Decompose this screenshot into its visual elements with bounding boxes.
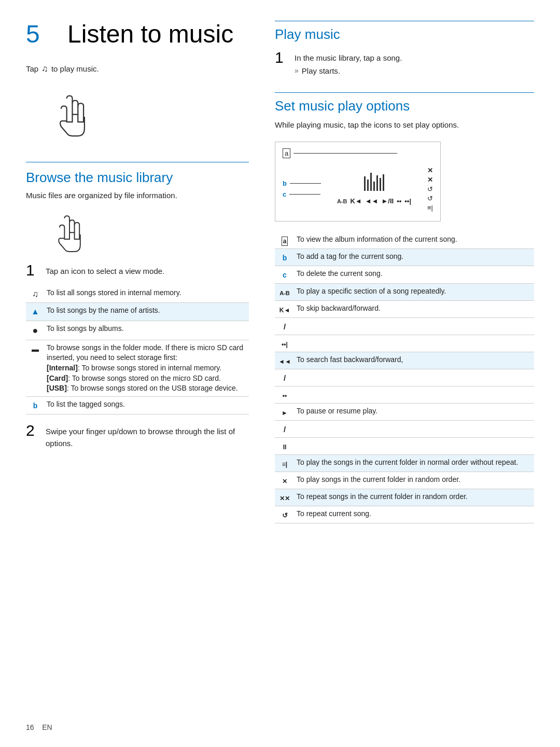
opt-sym-fwd: ••: [275, 386, 295, 403]
opt-desc-fwd: [295, 386, 534, 403]
left-column: 5 Listen to music Tap ♫ to play music. B…: [26, 21, 249, 726]
table-row: b To add a tag for the current song.: [275, 248, 534, 266]
arrow-sym: »: [295, 65, 299, 76]
table-row: ◄◄ To search fast backward/forward,: [275, 352, 534, 369]
play-step1-number: 1: [275, 50, 287, 65]
opt-sym-rew: ◄◄: [275, 352, 295, 369]
play-pause-icon: ►/II: [381, 197, 394, 205]
delete-icon: c: [283, 190, 286, 198]
page-footer: 16 EN: [26, 723, 52, 731]
browse-icon-table: ♫ To list all songs stored in internal m…: [26, 285, 249, 414]
browse-divider: [26, 162, 249, 162]
opt-desc-repeat: To repeat current song.: [295, 506, 534, 523]
opt-sym-repeat: ↺: [275, 506, 295, 523]
tag-icon: b: [283, 179, 287, 187]
bar4: [373, 182, 375, 191]
album-icon: a: [283, 148, 290, 158]
left-icon2-row: c: [283, 190, 321, 198]
table-row: ••: [275, 386, 534, 403]
tap-word: Tap: [26, 64, 38, 73]
table-row: /: [275, 317, 534, 335]
play-starts-item: » Play starts.: [295, 65, 402, 77]
player-right-icons: ✕ ✕ ↺ ↺ ≡|: [427, 167, 433, 212]
tap-rest: to play music.: [51, 64, 99, 73]
progress-bars: [364, 173, 384, 191]
bar2: [367, 179, 369, 191]
opt-sym-slash3: /: [275, 420, 295, 437]
opt-desc-album: To view the album information of the cur…: [295, 232, 534, 249]
chapter-title: 5 Listen to music: [26, 21, 249, 48]
opt-desc-random2: To repeat songs in the current folder in…: [295, 489, 534, 506]
opt-desc-delete: To delete the current song.: [295, 266, 534, 284]
browse-step1: 1 Tap an icon to select a view mode.: [26, 262, 249, 278]
repeat2-icon: ↺: [427, 195, 433, 202]
player-center: A-B K◄ ◄◄ ►/II •• ••|: [337, 173, 411, 205]
set-options-title: Set music play options: [275, 92, 534, 114]
icon-sym-music: ♫: [26, 285, 45, 303]
music-note-icon: ♫: [41, 64, 48, 74]
opt-desc-play: To pause or resume play.: [295, 403, 534, 420]
tap-instruction: Tap ♫ to play music.: [26, 64, 249, 74]
table-row: II: [275, 437, 534, 454]
bar6: [380, 178, 381, 191]
opt-sym-random1: ✕: [275, 472, 295, 489]
opt-sym-play: ►: [275, 403, 295, 420]
opt-sym-slash1: /: [275, 317, 295, 335]
left-icon1-row: b: [283, 179, 321, 187]
page-number: 16: [26, 723, 34, 731]
browse-step2: 2 Swipe your finger up/down to browse th…: [26, 423, 249, 449]
step1-main-text: In the music library, tap a song.: [295, 53, 402, 62]
order-icon: ≡|: [427, 204, 433, 212]
icon-sym-tag: b: [26, 396, 45, 414]
table-row: ▲ To list songs by the name of artists.: [26, 303, 249, 321]
table-row: c To delete the current song.: [275, 266, 534, 284]
left-line2: [289, 194, 320, 195]
icon-desc-tag: To list the tagged songs.: [45, 396, 249, 414]
bar1: [364, 176, 366, 191]
icon-desc-folder: To browse songs in the folder mode. If t…: [45, 340, 249, 396]
opt-desc-random1: To play songs in the current folder in r…: [295, 472, 534, 489]
table-row: b To list the tagged songs.: [26, 396, 249, 414]
opt-desc-pause: [295, 437, 534, 454]
shuffle1-icon: ✕: [427, 167, 433, 174]
browse-subtitle: Music files are organized by file inform…: [26, 191, 249, 200]
play-starts-text: Play starts.: [302, 65, 340, 77]
opt-desc-tag: To add a tag for the current song.: [295, 248, 534, 266]
bar5: [376, 175, 378, 191]
opt-sym-tag: b: [275, 248, 295, 266]
table-row: ≡| To play the songs in the current fold…: [275, 454, 534, 472]
top-line: [293, 153, 397, 154]
repeat1-icon: ↺: [427, 185, 433, 193]
opt-desc-skip: To skip backward/forward.: [295, 300, 534, 317]
set-options-section: Set music play options While playing mus…: [275, 92, 534, 523]
table-row: ► To pause or resume play.: [275, 403, 534, 420]
opt-desc-slash2: [295, 369, 534, 386]
left-line1: [290, 183, 321, 184]
icon-sym-artist: ▲: [26, 303, 45, 321]
icon-desc-music: To list all songs stored in internal mem…: [45, 285, 249, 303]
hand-icon-medium: [47, 214, 88, 256]
player-controls: A-B K◄ ◄◄ ►/II •• ••|: [337, 197, 411, 205]
opt-sym-pause: II: [275, 437, 295, 454]
table-row: /: [275, 369, 534, 386]
play-music-title: Play music: [275, 21, 534, 43]
shuffle2-icon: ✕: [427, 176, 433, 184]
icon-sym-album: ●: [26, 321, 45, 340]
table-row: ↺ To repeat current song.: [275, 506, 534, 523]
opt-desc-slash1: [295, 317, 534, 335]
right-column: Play music 1 In the music library, tap a…: [270, 21, 534, 726]
opt-sym-random2: ✕✕: [275, 489, 295, 506]
step1-number: 1: [26, 262, 38, 278]
table-row: A-B To play a specific section of a song…: [275, 283, 534, 300]
step2-number: 2: [26, 423, 38, 438]
rew-icon: ◄◄: [365, 197, 379, 205]
play-music-section: Play music 1 In the music library, tap a…: [275, 21, 534, 77]
opt-sym-order: ≡|: [275, 454, 295, 472]
icon-desc-artist: To list songs by the name of artists.: [45, 303, 249, 321]
opt-desc-slash3: [295, 420, 534, 437]
table-row: ••|: [275, 335, 534, 352]
skip-fwd-icon: ••|: [404, 197, 411, 205]
table-row: ♫ To list all songs stored in internal m…: [26, 285, 249, 303]
icon-sym-folder: ▬: [26, 340, 45, 396]
table-row: K◄ To skip backward/forward.: [275, 300, 534, 317]
